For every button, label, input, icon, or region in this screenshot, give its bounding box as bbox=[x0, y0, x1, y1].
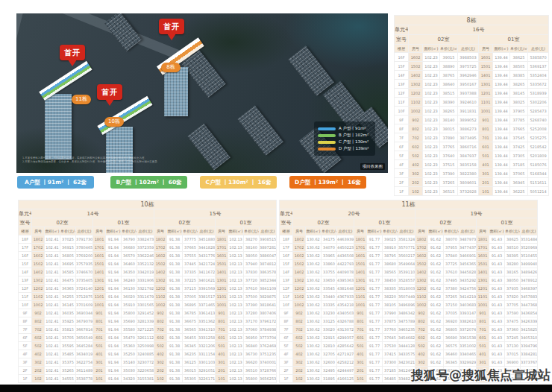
room-no-cell: 1602 bbox=[409, 53, 423, 62]
total-price-cell: 3690344 bbox=[76, 309, 93, 317]
building-block bbox=[237, 105, 283, 155]
area-cell: 91.62 bbox=[428, 244, 444, 252]
room-no-cell: 402 bbox=[415, 350, 428, 358]
total-price-cell: 3454682 bbox=[398, 334, 415, 342]
legend-color-bar bbox=[318, 127, 336, 130]
first-launch-pin: 首开 bbox=[97, 84, 122, 100]
total-price-cell: 3911831 bbox=[458, 107, 479, 116]
total-price-cell: 3874812 bbox=[260, 260, 277, 268]
unit-price-cell: 38795 bbox=[383, 252, 398, 260]
total-price-cell: 4258212 bbox=[337, 358, 354, 367]
area-cell: 91.43 bbox=[489, 301, 505, 309]
floor-cell: 16F bbox=[19, 252, 32, 260]
table-row: 5F502130.6232810428564250191.77375303444… bbox=[280, 342, 538, 350]
area-cell: 91.77 bbox=[367, 350, 383, 358]
area-cell: 139.44 bbox=[493, 169, 510, 178]
unit-price-cell: 36730 bbox=[244, 350, 260, 358]
table-row: 1F102102.4134555353877810191.94343203155… bbox=[19, 375, 277, 383]
total-price-cell: 3426339 bbox=[521, 317, 538, 326]
total-price-cell: 4463939 bbox=[337, 235, 354, 244]
unit-price-cell: 33545 bbox=[322, 285, 337, 293]
total-price-cell: 3435292 bbox=[460, 276, 477, 285]
type-banner: C户型 丨130m² 丨 16套 bbox=[200, 176, 277, 189]
unit-price-cell: 38625 bbox=[505, 235, 521, 244]
area-cell: 91.77 bbox=[367, 293, 383, 301]
unit-price-cell: 37225 bbox=[183, 276, 198, 285]
legend-color-bar bbox=[318, 141, 336, 144]
area-cell: 102.13 bbox=[228, 309, 244, 317]
area-cell: 91.38 bbox=[167, 317, 183, 326]
total-price-cell: 3340465 bbox=[460, 350, 477, 358]
room-no-cell: 1801 bbox=[93, 235, 106, 244]
table-row: 11F1102130.62334404367933110191.77382203… bbox=[280, 293, 538, 301]
floor-cell: 6F bbox=[395, 142, 409, 151]
room-no-cell: 1402 bbox=[415, 268, 428, 276]
unit-price-cell: 37360 bbox=[505, 326, 521, 334]
total-price-cell: 3341310 bbox=[198, 326, 216, 334]
legend-row: A 户型丨91m² bbox=[318, 126, 371, 131]
total-price-cell: 3415825 bbox=[521, 326, 538, 334]
area-cell: 91.94 bbox=[106, 326, 122, 334]
area-cell: 102.13 bbox=[228, 375, 244, 383]
unit-price-cell: 36785 bbox=[183, 309, 198, 317]
total-price-cell: 3381517 bbox=[198, 293, 216, 301]
total-price-cell: 3791730 bbox=[76, 235, 93, 244]
total-price-cell: 3510455 bbox=[521, 252, 538, 260]
unit-price-cell: 37830 bbox=[244, 268, 260, 276]
total-price-cell: 3528557 bbox=[398, 276, 415, 285]
unit-price-cell: 37890 bbox=[440, 133, 458, 142]
unit-price-cell: 36895 bbox=[183, 301, 198, 309]
area-cell: 91.94 bbox=[106, 375, 122, 383]
total-price-cell: 3466901 bbox=[460, 252, 477, 260]
floor-cell: 2F bbox=[19, 367, 32, 375]
room-no-cell: 1001 bbox=[216, 301, 228, 309]
room-number-cell: 02室 bbox=[409, 35, 479, 45]
total-price-cell: 5268740 bbox=[528, 116, 549, 124]
floor-cell: 11F bbox=[280, 293, 293, 301]
room-no-cell: 101 bbox=[479, 187, 493, 196]
area-cell: 102.13 bbox=[228, 235, 244, 244]
total-price-cell: 3351002 bbox=[460, 342, 477, 350]
unit-price-cell: 37185 bbox=[383, 367, 398, 375]
room-no-cell: 1302 bbox=[409, 80, 423, 89]
unit-price-cell: 37905 bbox=[510, 107, 528, 116]
type-banner: A户型 丨91m² 丨 62套 bbox=[17, 176, 94, 189]
area-cell: 91.77 bbox=[367, 252, 383, 260]
room-no-cell: 1401 bbox=[216, 268, 228, 276]
room-no-cell: 402 bbox=[154, 350, 167, 358]
total-price-cell: 3740001 bbox=[260, 358, 277, 367]
table-row: 1F102102.23365153732928101139.4436225505… bbox=[395, 187, 549, 196]
total-price-cell: 3769200 bbox=[76, 252, 93, 260]
room-number-cell: 01室 bbox=[216, 218, 277, 227]
area-cell: 130.62 bbox=[306, 367, 322, 375]
unit-label-cell: 单元号 bbox=[19, 209, 32, 218]
total-price-cell: 4450223 bbox=[337, 244, 354, 252]
room-no-cell: 902 bbox=[409, 116, 423, 124]
area-cell: 91.77 bbox=[367, 260, 383, 268]
building-number-badge: 10栋 bbox=[104, 117, 124, 127]
total-price-cell: 3465235 bbox=[398, 326, 415, 334]
room-no-cell: 1702 bbox=[32, 244, 45, 252]
total-price-cell: 3570771 bbox=[398, 244, 415, 252]
room-no-cell: 901 bbox=[216, 309, 228, 317]
room-no-cell: 1601 bbox=[216, 252, 228, 260]
area-cell: 102.41 bbox=[45, 301, 60, 309]
area-cell: 102.13 bbox=[228, 317, 244, 326]
area-cell: 91.94 bbox=[106, 301, 122, 309]
room-number-cell: 01室 bbox=[354, 218, 415, 227]
room-no-cell: 1502 bbox=[415, 260, 428, 268]
room-number-cell: 01室 bbox=[93, 218, 154, 227]
area-cell: 102.13 bbox=[228, 334, 244, 342]
total-price-cell: 3773704 bbox=[260, 334, 277, 342]
room-no-cell: 202 bbox=[409, 178, 423, 187]
area-cell: 91.77 bbox=[367, 342, 383, 350]
area-cell: 102.13 bbox=[228, 350, 244, 358]
room-no-cell: 1301 bbox=[354, 276, 367, 285]
unit-price-cell: 37305 bbox=[510, 151, 528, 160]
total-price-cell: 5385870 bbox=[528, 53, 549, 62]
unit-price-cell: 36455 bbox=[183, 334, 198, 342]
room-no-cell: 1102 bbox=[154, 293, 167, 301]
total-price-cell: 3886047 bbox=[260, 252, 277, 260]
column-header-cell: 房号 bbox=[479, 45, 493, 53]
total-price-cell: 3899052 bbox=[458, 116, 479, 124]
